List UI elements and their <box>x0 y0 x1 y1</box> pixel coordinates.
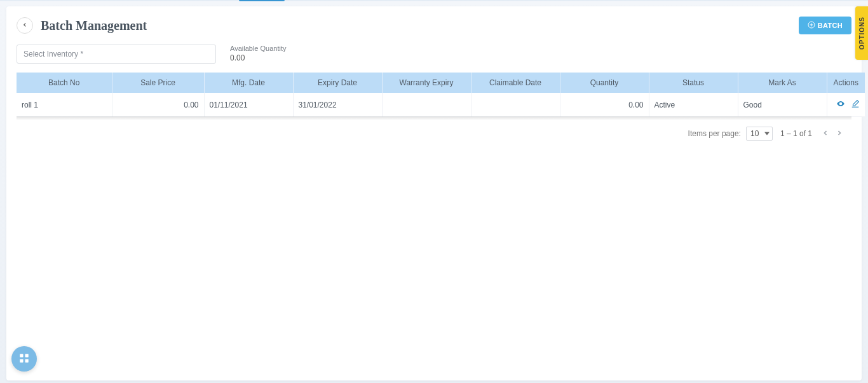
cell-sale-price: 0.00 <box>112 93 204 117</box>
col-actions: Actions <box>827 73 865 93</box>
main-panel: Batch Management BATCH Select Inventory … <box>6 6 862 380</box>
table-row: roll 1 0.00 01/11/2021 31/01/2022 0.00 A… <box>17 93 865 117</box>
add-batch-button-label: BATCH <box>818 22 843 29</box>
svg-rect-5 <box>20 354 23 357</box>
plus-icon <box>808 21 818 30</box>
select-inventory-dropdown[interactable]: Select Inventory * <box>17 45 216 64</box>
svg-rect-8 <box>25 359 29 362</box>
col-status: Status <box>649 73 738 93</box>
col-quantity: Quantity <box>560 73 649 93</box>
svg-point-3 <box>839 103 841 104</box>
cell-quantity: 0.00 <box>560 93 649 117</box>
col-expiry-date: Expiry Date <box>293 73 382 93</box>
cell-claimable-date <box>471 93 560 117</box>
pagination-prev[interactable] <box>818 127 832 141</box>
svg-rect-6 <box>25 354 29 357</box>
items-per-page-select[interactable]: 10 <box>746 127 773 141</box>
chevron-left-icon <box>822 129 829 139</box>
cell-actions <box>827 93 865 117</box>
caret-down-icon <box>764 129 770 138</box>
col-mark-as: Mark As <box>738 73 827 93</box>
select-inventory-placeholder: Select Inventory * <box>24 50 83 59</box>
chevron-left-icon <box>22 21 28 30</box>
options-tab[interactable]: OPTIONS <box>855 6 868 60</box>
svg-marker-4 <box>764 132 770 136</box>
pagination-range: 1 – 1 of 1 <box>780 129 812 138</box>
header-row: Batch Management BATCH <box>17 17 851 34</box>
apps-fab[interactable] <box>11 346 37 372</box>
available-quantity-label: Available Quantity <box>230 45 286 52</box>
page-title: Batch Management <box>41 18 799 33</box>
cell-expiry-date: 31/01/2022 <box>293 93 382 117</box>
cell-warranty-expiry <box>382 93 471 117</box>
col-claimable-date: Claimable Date <box>471 73 560 93</box>
add-batch-button[interactable]: BATCH <box>799 17 851 34</box>
col-mfg-date: Mfg. Date <box>204 73 293 93</box>
view-action[interactable] <box>836 99 845 110</box>
cell-mfg-date: 01/11/2021 <box>204 93 293 117</box>
cell-status: Active <box>649 93 738 117</box>
col-batch-no: Batch No <box>17 73 112 93</box>
pagination: Items per page: 10 1 – 1 of 1 <box>17 120 851 141</box>
available-quantity-block: Available Quantity 0.00 <box>230 45 286 62</box>
table-header-row: Batch No Sale Price Mfg. Date Expiry Dat… <box>17 73 865 93</box>
cell-batch-no: roll 1 <box>17 93 112 117</box>
batch-table: Batch No Sale Price Mfg. Date Expiry Dat… <box>17 73 865 117</box>
cell-mark-as: Good <box>738 93 827 117</box>
edit-icon <box>851 99 860 110</box>
apps-icon <box>18 352 30 366</box>
pagination-next[interactable] <box>832 127 846 141</box>
edit-action[interactable] <box>851 99 860 110</box>
items-per-page-value: 10 <box>750 129 759 138</box>
col-warranty-expiry: Warranty Expiry <box>382 73 471 93</box>
items-per-page-label: Items per page: <box>688 129 741 138</box>
svg-rect-7 <box>20 359 23 362</box>
col-sale-price: Sale Price <box>112 73 204 93</box>
back-button[interactable] <box>17 17 33 34</box>
chevron-right-icon <box>836 129 843 139</box>
active-tab-indicator <box>239 0 285 1</box>
available-quantity-value: 0.00 <box>230 53 286 62</box>
filter-row: Select Inventory * Available Quantity 0.… <box>17 45 851 64</box>
eye-icon <box>836 99 845 110</box>
options-tab-label: OPTIONS <box>858 17 865 50</box>
